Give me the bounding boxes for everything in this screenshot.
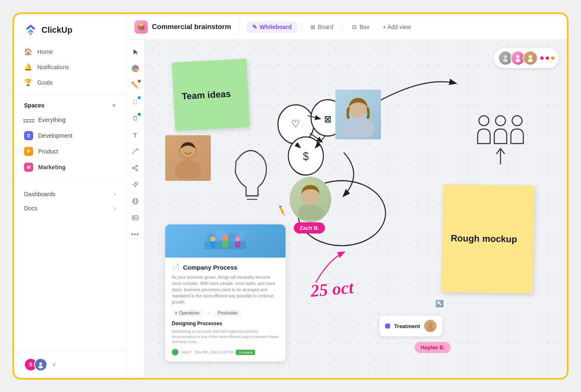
cursor-pointer: ↖️ <box>435 299 444 307</box>
share-tool[interactable] <box>128 161 142 175</box>
doc-author-avatar <box>172 349 178 355</box>
tag-arrow: → <box>206 310 211 316</box>
tag-list-icon: ≡ Operations <box>172 309 203 317</box>
rectangle-icon: □ <box>133 98 137 105</box>
topbar: 📦 Commercial brainstorm ✎ Whiteboard ⊞ B… <box>126 14 567 40</box>
tag-production-label: Production <box>218 311 238 315</box>
pencil-cursor: ✏️ <box>276 205 288 216</box>
svg-line-9 <box>134 166 136 168</box>
space-development[interactable]: D Development <box>14 128 126 144</box>
topbar-title-area: 📦 Commercial brainstorm <box>134 20 240 34</box>
color-palette-tool[interactable] <box>128 61 142 75</box>
nav-goals[interactable]: 🏆 Goals <box>19 75 121 90</box>
nav-notifications[interactable]: 🔔 Notifications <box>19 59 121 75</box>
main-content: 📦 Commercial brainstorm ✎ Whiteboard ⊞ B… <box>126 14 567 378</box>
user-menu-chevron-icon[interactable]: ∨ <box>52 362 56 368</box>
space-everything[interactable]: ⚏⚏ Everything <box>14 112 126 128</box>
svg-point-16 <box>504 55 507 58</box>
svg-point-6 <box>136 165 138 167</box>
avatar-dot-2 <box>546 56 549 60</box>
globe-tool[interactable] <box>128 194 142 208</box>
shape-status-dot <box>138 96 141 99</box>
doc-card-body: 📄 Company Process As your business grows… <box>165 258 286 361</box>
tab-board[interactable]: ⊞ Board <box>305 21 339 33</box>
tab-whiteboard[interactable]: ✎ Whiteboard <box>247 21 298 33</box>
board-tab-label: Board <box>318 24 333 30</box>
sticky-tool[interactable]: 🗒 <box>128 111 142 125</box>
nav-home[interactable]: 🏠 Home <box>19 44 121 59</box>
pen-tool[interactable]: ✏️ <box>128 78 142 92</box>
sidebar-footer: S ∨ <box>14 351 126 378</box>
treatment-avatar <box>424 320 437 332</box>
canvas-toolbar: ✏️ □ 🗒 T <box>126 40 144 378</box>
sparkle-tool[interactable] <box>128 178 142 192</box>
doc-status-label: Company <box>236 350 255 355</box>
tag-operations: Operations <box>179 311 200 315</box>
canvas-area: ✏️ □ 🗒 T <box>126 40 567 378</box>
treatment-card[interactable]: Treatment <box>379 316 442 336</box>
person-photo-female-2 <box>290 177 331 222</box>
text-tool[interactable]: T <box>128 128 142 142</box>
svg-point-24 <box>512 116 522 126</box>
svg-point-36 <box>175 160 201 179</box>
canvas-collaborators <box>494 48 559 68</box>
name-tag-haylee: Haylee B. <box>415 342 451 353</box>
collaborator-avatar-3 <box>523 51 538 66</box>
svg-point-51 <box>235 236 240 241</box>
bell-icon: 🔔 <box>24 63 32 71</box>
connector-tool[interactable] <box>128 144 142 158</box>
sticky-note-green: Team ideas <box>172 58 250 131</box>
cursor-tool[interactable] <box>128 45 142 59</box>
list-icon: ≡ <box>175 311 178 315</box>
svg-text:♡: ♡ <box>291 118 300 129</box>
date-annotation: 25 oct <box>310 278 354 301</box>
dashboards-chevron-icon: › <box>114 191 116 197</box>
image-tool[interactable] <box>128 211 142 225</box>
space-marketing-label: Marketing <box>38 164 66 170</box>
space-everything-label: Everything <box>38 117 66 123</box>
svg-point-19 <box>515 59 520 62</box>
sticky-yellow-text: Rough mockup <box>451 233 518 245</box>
svg-rect-14 <box>132 216 138 220</box>
doc-card-tags: ≡ Operations → Production <box>172 309 279 317</box>
doc-title-text: Company Process <box>183 264 237 271</box>
whiteboard-canvas[interactable]: Team ideas Rough mockup <box>144 40 567 378</box>
divider-2 <box>14 179 126 180</box>
home-icon: 🏠 <box>24 48 32 56</box>
main-nav: 🏠 Home 🔔 Notifications 🏆 Goals <box>14 44 126 90</box>
tab-box[interactable]: ⊟ Box <box>346 21 375 33</box>
add-view-button[interactable]: + Add view <box>377 21 417 33</box>
nav-home-label: Home <box>37 49 53 55</box>
docs-section[interactable]: Docs › <box>19 201 121 215</box>
board-tab-icon: ⊞ <box>310 24 315 30</box>
more-options[interactable]: ••• <box>128 227 142 241</box>
date-text: 25 oct <box>310 278 354 301</box>
logo-area: ClickUp <box>14 14 126 44</box>
svg-point-8 <box>136 169 138 171</box>
dashboards-section[interactable]: Dashboards › <box>19 187 121 201</box>
svg-point-18 <box>516 55 520 58</box>
svg-point-26 <box>278 105 314 144</box>
treatment-label: Treatment <box>394 323 420 329</box>
shape-tool[interactable]: □ <box>128 95 142 109</box>
document-card[interactable]: 📄 Company Process As your business grows… <box>165 224 286 361</box>
everything-icon: ⚏⚏ <box>24 115 33 124</box>
app-name: ClickUp <box>42 25 72 35</box>
space-product[interactable]: P Product <box>14 144 126 159</box>
doc-card-title: 📄 Company Process <box>172 263 279 271</box>
svg-point-30 <box>288 137 324 175</box>
svg-text:$: $ <box>303 150 309 163</box>
svg-point-44 <box>227 233 236 241</box>
avatar-dot-3 <box>551 56 554 60</box>
space-marketing[interactable]: M Marketing <box>14 159 126 175</box>
app-frame: ClickUp 🏠 Home 🔔 Notifications 🏆 Goals S… <box>12 12 569 380</box>
nav-goals-label: Goals <box>37 79 53 86</box>
doc-card-description: As your business grows, things will inev… <box>172 274 279 305</box>
view-tabs: ✎ Whiteboard ⊞ Board ⊟ Box + Add view <box>240 21 417 33</box>
svg-point-21 <box>528 59 533 62</box>
space-development-label: Development <box>38 132 73 139</box>
doc-section-title: Designing Processes <box>172 321 279 326</box>
spaces-section-header[interactable]: Spaces ∨ <box>14 99 126 112</box>
bottom-nav: Dashboards › Docs › <box>14 187 126 215</box>
team-illustration <box>476 110 525 168</box>
